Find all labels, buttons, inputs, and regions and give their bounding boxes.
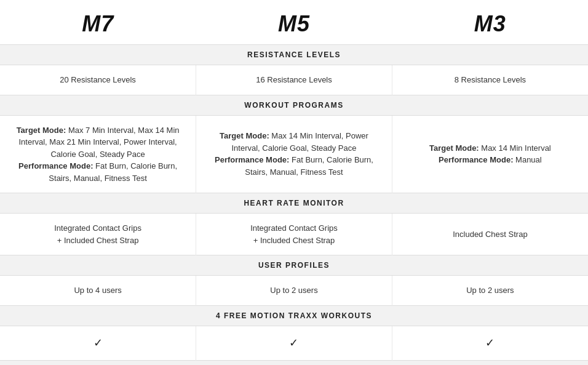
m3-resistance: 8 Resistance Levels [455, 75, 526, 84]
m5-user-profiles: Up to 2 users [270, 286, 317, 295]
m7-workout: Target Mode: Max 7 Min Interval, Max 14 … [0, 115, 196, 193]
model-m3-title: M3 [474, 11, 506, 36]
m7-resistance: 20 Resistance Levels [60, 75, 136, 84]
user-profiles-header: USER PROFILES [258, 261, 330, 270]
m3-free-motion-check: ✓ [485, 337, 495, 349]
bluetooth-header: BLUETOOTH (SYNCS WITH APP) [0, 360, 588, 365]
model-m7-title: M7 [82, 11, 114, 36]
heart-rate-header: HEART RATE MONITOR [244, 199, 344, 207]
m5-workout: Target Mode: Max 14 Min Interval, Power … [196, 115, 392, 193]
free-motion-header: 4 FREE MOTION TRAXX WORKOUTS [216, 311, 372, 320]
m5-free-motion-check: ✓ [289, 337, 298, 349]
m7-user-profiles: Up to 4 users [74, 286, 121, 295]
m5-resistance: 16 Resistance Levels [256, 75, 332, 84]
comparison-table: M7 M5 M3 RESISTANCE LEVELS 20 Resistance… [0, 0, 588, 365]
model-m5-title: M5 [278, 11, 310, 36]
m7-free-motion-check: ✓ [93, 337, 103, 349]
m5-heart-rate: Integrated Contact Grips+ Included Chest… [196, 214, 392, 255]
workout-programs-header: WORKOUT PROGRAMS [244, 101, 343, 110]
resistance-levels-header: RESISTANCE LEVELS [247, 50, 341, 59]
m3-workout: Target Mode: Max 14 Min Interval Perform… [392, 115, 588, 193]
m7-heart-rate: Integrated Contact Grips+ Included Chest… [0, 214, 196, 255]
m3-user-profiles: Up to 2 users [466, 286, 514, 295]
m3-heart-rate: Included Chest Strap [392, 214, 588, 255]
